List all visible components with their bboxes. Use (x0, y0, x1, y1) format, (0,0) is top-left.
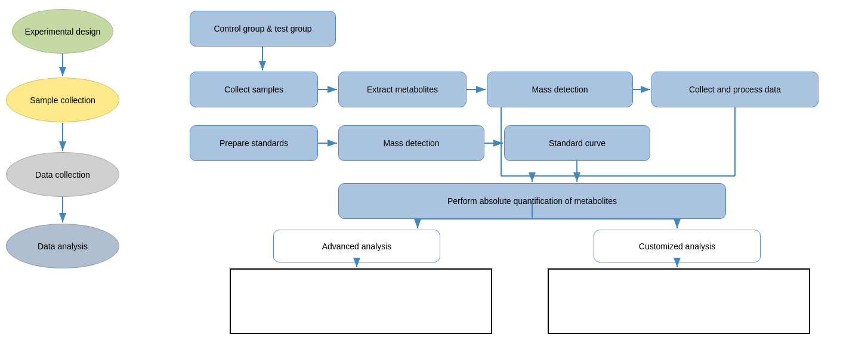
mass-detection-top-box: Mass detection (487, 72, 633, 107)
advanced-analysis-detail-box (230, 268, 492, 334)
extract-metabolites-box: Extract metabolites (338, 72, 467, 107)
control-group-box: Control group & test group (190, 11, 336, 47)
collect-process-label: Collect and process data (689, 85, 781, 94)
collect-samples-label: Collect samples (224, 85, 283, 94)
sample-collection-ellipse: Sample collection (6, 78, 119, 122)
collect-process-box: Collect and process data (651, 72, 818, 107)
data-collection-label: Data collection (35, 170, 90, 180)
advanced-analysis-label: Advanced analysis (322, 242, 392, 251)
data-analysis-ellipse: Data analysis (6, 224, 119, 268)
mass-detection-bottom-box: Mass detection (338, 125, 484, 161)
prepare-standards-label: Prepare standards (220, 138, 288, 148)
extract-metabolites-label: Extract metabolites (367, 85, 438, 94)
perform-quantification-label: Perform absolute quantification of metab… (447, 196, 617, 206)
advanced-analysis-box: Advanced analysis (273, 230, 440, 262)
experimental-design-label: Experimental design (25, 27, 101, 36)
prepare-standards-box: Prepare standards (190, 125, 318, 161)
sample-collection-label: Sample collection (30, 95, 95, 105)
mass-detection-bottom-label: Mass detection (383, 138, 439, 148)
data-collection-ellipse: Data collection (6, 152, 119, 197)
perform-quantification-box: Perform absolute quantification of metab… (338, 183, 726, 219)
collect-samples-box: Collect samples (190, 72, 318, 107)
data-analysis-label: Data analysis (38, 242, 88, 251)
standard-curve-label: Standard curve (549, 138, 606, 148)
control-group-label: Control group & test group (214, 24, 311, 33)
experimental-design-ellipse: Experimental design (12, 9, 113, 54)
diagram: Experimental design Sample collection Da… (0, 0, 868, 340)
customized-analysis-box: Customized analysis (594, 230, 761, 262)
mass-detection-top-label: Mass detection (532, 85, 588, 94)
customized-analysis-detail-box (548, 268, 810, 334)
standard-curve-box: Standard curve (504, 125, 650, 161)
customized-analysis-label: Customized analysis (639, 242, 715, 251)
